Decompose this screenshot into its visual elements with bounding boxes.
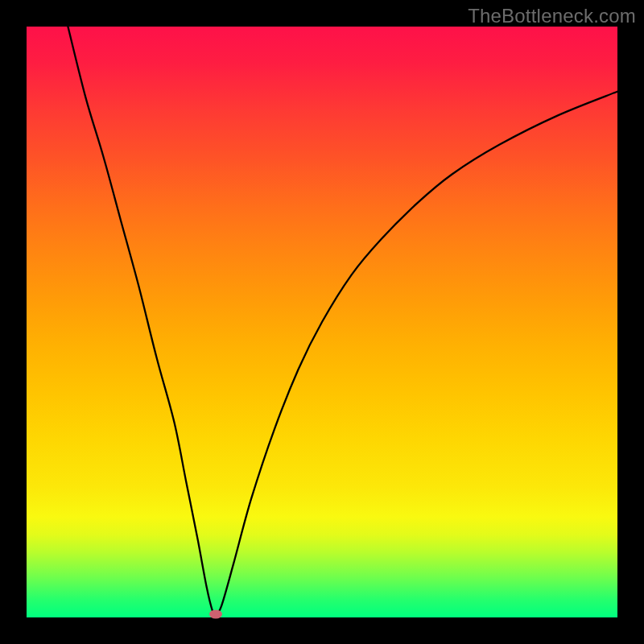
bottleneck-curve <box>27 27 617 617</box>
watermark-text: TheBottleneck.com <box>468 5 636 27</box>
optimum-marker <box>209 610 222 619</box>
chart-frame: TheBottleneck.com <box>0 0 644 644</box>
plot-area <box>27 27 617 617</box>
